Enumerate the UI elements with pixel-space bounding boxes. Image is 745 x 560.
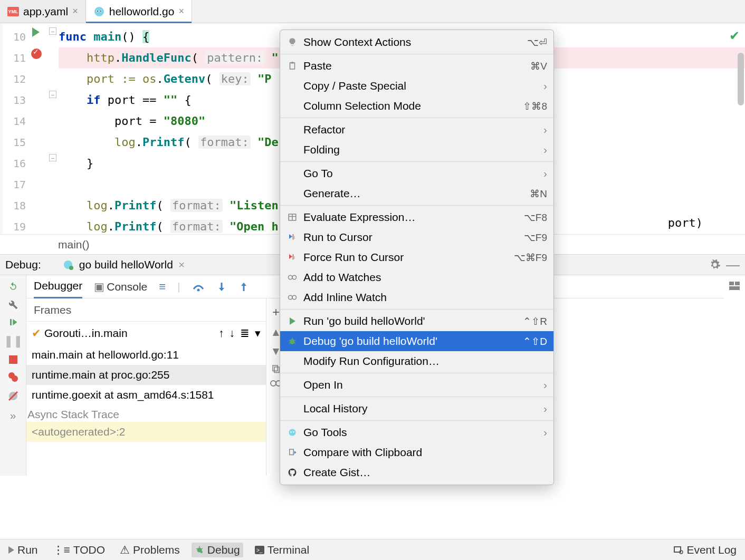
- layout-icon[interactable]: [729, 282, 740, 290]
- context-menu-label: Show Context Actions: [303, 36, 522, 49]
- tab-app-yaml[interactable]: YML app.yaml ×: [0, 0, 86, 23]
- more-icon[interactable]: »: [10, 409, 16, 422]
- minimize-icon[interactable]: —: [726, 257, 740, 273]
- inspection-check-icon[interactable]: ✔: [729, 28, 740, 43]
- context-menu-label: Open In: [303, 379, 538, 391]
- sb-debug[interactable]: Debug: [192, 543, 243, 557]
- close-icon[interactable]: ×: [178, 258, 185, 271]
- tab-debugger[interactable]: Debugger: [34, 275, 82, 298]
- tab-console[interactable]: ▣Console: [94, 275, 147, 298]
- svg-text:I: I: [294, 255, 295, 260]
- context-menu-label: Modify Run Configuration…: [303, 355, 547, 368]
- context-menu-item[interactable]: Show Context Actions⌥⏎: [280, 32, 553, 52]
- svg-point-32: [69, 266, 73, 270]
- svg-rect-45: [273, 365, 278, 371]
- force-run-to-cursor-icon: I: [286, 252, 298, 263]
- context-menu-label: Debug 'go build helloWorld': [303, 335, 518, 347]
- breakpoint-icon[interactable]: [31, 49, 42, 59]
- stack-frame[interactable]: main.main at helloworld.go:11: [26, 345, 266, 365]
- context-menu-item[interactable]: Debug 'go build helloWorld'⌃⇧D: [280, 331, 553, 351]
- context-menu-item[interactable]: Copy / Paste Special›: [280, 76, 553, 96]
- fold-toggle[interactable]: –: [49, 91, 56, 98]
- sb-terminal[interactable]: >_Terminal: [252, 543, 312, 557]
- step-out-icon[interactable]: [238, 282, 249, 292]
- wrench-icon[interactable]: [8, 300, 18, 310]
- gopher-icon: [62, 259, 74, 271]
- close-icon[interactable]: ×: [178, 6, 184, 17]
- stop-icon[interactable]: [9, 355, 17, 364]
- context-menu-item[interactable]: IForce Run to Cursor⌥⌘F9: [280, 247, 553, 267]
- context-menu-item[interactable]: Add to Watches: [280, 267, 553, 287]
- close-icon[interactable]: ×: [72, 6, 78, 17]
- dropdown-icon[interactable]: ▾: [255, 327, 261, 340]
- fold-toggle[interactable]: –: [49, 154, 56, 161]
- context-menu-item[interactable]: Generate…⌘N: [280, 184, 553, 204]
- sb-run[interactable]: Run: [5, 543, 41, 557]
- chevron-right-icon: ›: [543, 123, 547, 136]
- eventlog-icon: [674, 545, 683, 555]
- frames-panel: Frames ✔ Gorouti…in.main ↑ ↓ ≣ ▾ main.ma…: [26, 298, 266, 476]
- sb-problems[interactable]: ⚠Problems: [117, 543, 183, 557]
- svg-point-40: [197, 288, 199, 291]
- fold-toggle[interactable]: –: [49, 27, 56, 35]
- context-menu-item[interactable]: IRun to Cursor⌥F9: [280, 227, 553, 247]
- chevron-right-icon: ›: [543, 167, 547, 180]
- step-into-icon[interactable]: [216, 282, 227, 292]
- svg-point-3: [97, 11, 98, 12]
- context-menu-item[interactable]: Column Selection Mode⇧⌘8: [280, 96, 553, 116]
- context-menu-item[interactable]: Refactor›: [280, 120, 553, 140]
- threads-icon[interactable]: ≡: [159, 280, 166, 294]
- resume-icon[interactable]: [8, 317, 18, 327]
- up-arrow-icon[interactable]: ↑: [218, 327, 224, 340]
- svg-line-23: [295, 341, 296, 341]
- context-menu-item[interactable]: Evaluate Expression…⌥F8: [280, 207, 553, 227]
- context-menu-item[interactable]: Compare with Clipboard: [280, 442, 553, 462]
- tab-helloworld-go[interactable]: helloworld.go ×: [86, 0, 192, 23]
- rerun-icon[interactable]: [8, 282, 18, 292]
- gopher-icon: [286, 427, 298, 438]
- bug-icon: [286, 335, 298, 347]
- sb-todo[interactable]: ⋮≡TODO: [50, 543, 109, 557]
- context-menu-label: Refactor: [303, 123, 538, 136]
- context-menu-item[interactable]: Paste⌘V: [280, 56, 553, 76]
- down-arrow-icon[interactable]: ↓: [230, 327, 235, 340]
- shortcut-label: ⌃⇧D: [523, 335, 547, 347]
- context-menu-item[interactable]: Go Tools›: [280, 422, 553, 442]
- debug-config-name[interactable]: go build helloWorld: [79, 258, 173, 271]
- lightbulb-icon: [286, 36, 298, 48]
- run-gutter-icon[interactable]: [32, 27, 40, 37]
- debug-title-prefix: Debug:: [5, 258, 41, 271]
- sb-event-log[interactable]: Event Log: [671, 543, 740, 557]
- context-menu-item[interactable]: Folding›: [280, 140, 553, 160]
- svg-marker-42: [219, 288, 224, 291]
- mute-breakpoints-icon[interactable]: [7, 390, 19, 402]
- scrollbar[interactable]: [738, 53, 744, 105]
- stack-frames: main.main at helloworld.go:11runtime.mai…: [26, 345, 266, 405]
- gear-icon[interactable]: [709, 259, 721, 271]
- context-menu-item[interactable]: Run 'go build helloWorld'⌃⇧R: [280, 311, 553, 331]
- svg-point-27: [290, 431, 291, 432]
- context-menu-item[interactable]: Create Gist…: [280, 462, 553, 482]
- context-menu-item[interactable]: Add Inline Watch: [280, 287, 553, 307]
- chevron-right-icon: ›: [543, 80, 547, 92]
- stack-frame[interactable]: runtime.main at proc.go:255: [26, 365, 266, 385]
- context-menu-label: Copy / Paste Special: [303, 80, 538, 92]
- add-icon[interactable]: +: [272, 305, 280, 320]
- step-over-icon[interactable]: [192, 282, 205, 292]
- context-menu-item[interactable]: Go To›: [280, 163, 553, 184]
- view-breakpoints-icon[interactable]: [7, 371, 19, 383]
- context-menu-item[interactable]: Modify Run Configuration…: [280, 351, 553, 371]
- pause-icon[interactable]: ❚❚: [4, 334, 23, 348]
- context-menu-item[interactable]: Open In›: [280, 375, 553, 395]
- svg-rect-49: [729, 282, 734, 285]
- goroutine-dropdown[interactable]: ✔ Gorouti…in.main: [32, 327, 213, 340]
- stack-frame[interactable]: runtime.goexit at asm_amd64.s:1581: [26, 385, 266, 405]
- svg-line-22: [289, 341, 290, 341]
- blank-icon: [286, 100, 298, 112]
- chevron-right-icon: ›: [543, 426, 547, 439]
- stack-frame-autogen[interactable]: <autogenerated>:2: [26, 422, 266, 442]
- svg-rect-51: [729, 286, 740, 290]
- filter-icon[interactable]: ≣: [240, 327, 250, 340]
- context-menu-item[interactable]: Local History›: [280, 399, 553, 419]
- blank-icon: [286, 168, 298, 179]
